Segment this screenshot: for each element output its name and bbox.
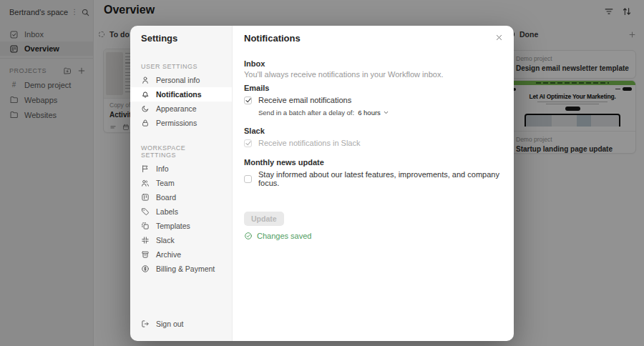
monthly-news-heading: Monthly news update bbox=[244, 158, 502, 167]
templates-icon bbox=[141, 222, 150, 230]
settings-nav: Settings USER SETTINGS Personal info Not… bbox=[130, 26, 233, 341]
settings-item-label: Slack bbox=[156, 236, 175, 244]
update-button[interactable]: Update bbox=[244, 212, 284, 226]
settings-item-labels[interactable]: Labels bbox=[130, 204, 232, 219]
inbox-description: You'll always receive notifications in y… bbox=[244, 70, 502, 79]
workspace-settings-label: WORKSPACE SETTINGS bbox=[141, 144, 221, 159]
sign-out-label: Sign out bbox=[156, 320, 184, 328]
email-notifications-label: Receive email notifications bbox=[258, 96, 351, 104]
settings-item-label: Board bbox=[156, 193, 176, 202]
settings-item-label: Appearance bbox=[156, 104, 197, 113]
settings-item-archive[interactable]: Archive bbox=[130, 247, 232, 262]
changes-saved-status: Changes saved bbox=[244, 232, 502, 240]
tag-icon bbox=[141, 207, 150, 216]
flag-icon bbox=[141, 164, 150, 173]
sign-out-button[interactable]: Sign out bbox=[130, 317, 232, 331]
settings-item-appearance[interactable]: Appearance bbox=[130, 102, 232, 116]
sign-out-icon bbox=[141, 320, 150, 328]
settings-item-label: Templates bbox=[156, 222, 190, 230]
batch-delay-label: Send in a batch after a delay of: bbox=[258, 109, 354, 117]
app-screen: Bertrand's space ⋮ Inbox Overview PROJEC… bbox=[0, 0, 644, 346]
inbox-heading: Inbox bbox=[244, 59, 502, 68]
lock-icon bbox=[141, 119, 150, 127]
user-settings-label: USER SETTINGS bbox=[141, 63, 221, 70]
batch-delay-select[interactable]: 6 hours bbox=[358, 109, 389, 117]
monthly-news-label: Stay informed about our latest features,… bbox=[258, 170, 502, 187]
settings-item-team[interactable]: Team bbox=[130, 176, 232, 190]
settings-item-templates[interactable]: Templates bbox=[130, 219, 232, 233]
emails-heading: Emails bbox=[244, 84, 502, 92]
email-notifications-checkbox[interactable] bbox=[244, 97, 252, 104]
settings-item-info[interactable]: Info bbox=[130, 162, 232, 176]
settings-item-label: Personal info bbox=[156, 76, 200, 84]
changes-saved-label: Changes saved bbox=[257, 232, 311, 240]
monthly-news-row: Stay informed about our latest features,… bbox=[244, 170, 502, 187]
slack-icon bbox=[141, 236, 150, 244]
slack-notifications-row: Receive notifications in Slack bbox=[244, 139, 502, 147]
settings-item-label: Notifications bbox=[156, 90, 202, 99]
settings-title: Settings bbox=[141, 33, 232, 44]
settings-item-label: Billing & Payment bbox=[156, 265, 215, 273]
settings-modal: Settings USER SETTINGS Personal info Not… bbox=[130, 26, 514, 341]
slack-notifications-label: Receive notifications in Slack bbox=[258, 139, 360, 147]
settings-item-label: Permissions bbox=[156, 119, 197, 127]
notifications-title: Notifications bbox=[244, 33, 502, 44]
email-notifications-row: Receive email notifications bbox=[244, 96, 502, 104]
check-circle-icon bbox=[244, 232, 253, 240]
settings-item-notifications[interactable]: Notifications bbox=[130, 87, 232, 102]
settings-item-label: Archive bbox=[156, 250, 181, 259]
settings-item-label: Labels bbox=[156, 207, 178, 216]
bell-icon bbox=[141, 90, 150, 99]
settings-item-billing[interactable]: Billing & Payment bbox=[130, 262, 232, 276]
settings-item-label: Team bbox=[156, 179, 175, 187]
settings-item-permissions[interactable]: Permissions bbox=[130, 116, 232, 130]
team-icon bbox=[141, 179, 150, 187]
kanban-icon bbox=[141, 193, 150, 202]
user-icon bbox=[141, 76, 150, 84]
settings-item-slack[interactable]: Slack bbox=[130, 233, 232, 247]
billing-icon bbox=[141, 265, 150, 273]
slack-notifications-checkbox bbox=[244, 139, 252, 147]
moon-icon bbox=[141, 104, 150, 113]
settings-item-personal-info[interactable]: Personal info bbox=[130, 73, 232, 87]
slack-heading: Slack bbox=[244, 127, 502, 135]
archive-icon bbox=[141, 250, 150, 259]
monthly-news-checkbox[interactable] bbox=[244, 175, 252, 183]
settings-item-label: Info bbox=[156, 164, 169, 173]
close-icon[interactable] bbox=[495, 34, 503, 41]
notifications-panel: Notifications Inbox You'll always receiv… bbox=[233, 26, 514, 341]
settings-item-board[interactable]: Board bbox=[130, 190, 232, 204]
chevron-down-icon bbox=[383, 109, 389, 116]
batch-delay-row: Send in a batch after a delay of: 6 hour… bbox=[258, 109, 502, 117]
batch-delay-value: 6 hours bbox=[358, 109, 381, 117]
